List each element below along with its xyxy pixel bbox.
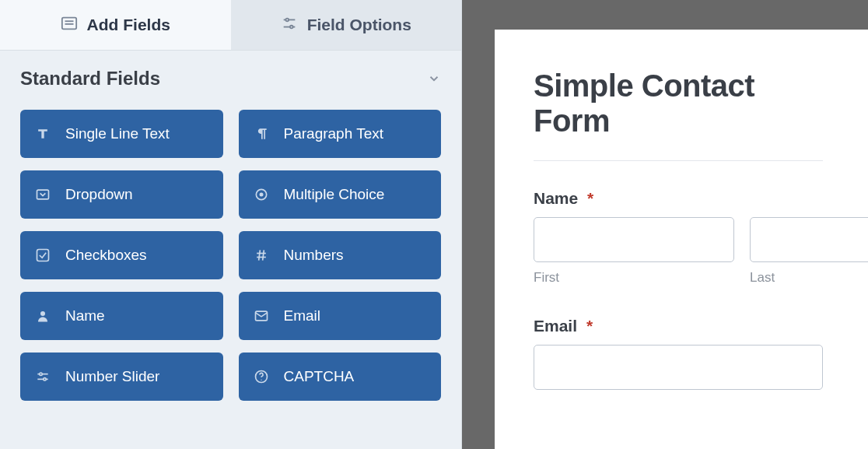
field-label: Single Line Text <box>65 125 170 142</box>
envelope-icon <box>253 307 270 324</box>
hash-icon <box>253 247 270 264</box>
field-number-slider[interactable]: Number Slider <box>20 353 223 401</box>
form-canvas: Simple Contact Form Name * First Last <box>462 0 868 449</box>
svg-point-9 <box>259 193 263 197</box>
last-name-input[interactable] <box>750 217 868 262</box>
tabs: Add Fields Field Options <box>0 0 461 51</box>
last-name-col: Last <box>750 217 868 286</box>
field-single-line-text[interactable]: Single Line Text <box>20 110 223 158</box>
required-asterisk: * <box>587 189 593 207</box>
tab-field-options[interactable]: Field Options <box>231 0 462 50</box>
field-dropdown[interactable]: Dropdown <box>20 170 223 219</box>
svg-point-15 <box>40 311 45 316</box>
svg-point-20 <box>44 378 46 381</box>
email-label-text: Email <box>534 317 577 335</box>
dropdown-icon <box>34 186 51 203</box>
name-row: First Last <box>534 217 823 286</box>
email-label: Email * <box>534 317 823 335</box>
sidebar: Add Fields Field Options Standard Fields… <box>0 0 462 449</box>
svg-point-4 <box>285 18 289 21</box>
text-cursor-icon <box>34 125 51 142</box>
sliders-icon <box>34 368 51 385</box>
field-label: Paragraph Text <box>284 125 384 142</box>
paragraph-icon <box>253 125 270 142</box>
section-title-standard: Standard Fields <box>20 68 160 89</box>
first-name-col: First <box>534 217 734 286</box>
required-asterisk: * <box>586 317 593 335</box>
field-grid: Single Line Text Paragraph Text Dropdown… <box>0 97 461 419</box>
sliders-icon <box>281 15 298 36</box>
name-label-text: Name <box>534 189 578 207</box>
field-label: CAPTCHA <box>284 368 355 385</box>
question-circle-icon <box>253 368 270 385</box>
svg-line-13 <box>258 250 260 260</box>
field-numbers[interactable]: Numbers <box>239 231 442 279</box>
tab-add-fields-label: Add Fields <box>87 16 170 34</box>
chevron-down-icon <box>427 72 441 86</box>
field-name[interactable]: Name <box>20 292 223 340</box>
first-name-input[interactable] <box>534 217 734 262</box>
svg-point-18 <box>40 373 42 375</box>
divider <box>534 160 823 161</box>
checkbox-icon <box>34 247 51 264</box>
field-multiple-choice[interactable]: Multiple Choice <box>239 170 442 219</box>
field-email[interactable]: Email <box>239 292 442 340</box>
form-field-email[interactable]: Email * <box>534 317 823 390</box>
last-sublabel: Last <box>750 270 868 286</box>
form-field-name[interactable]: Name * First Last <box>534 189 823 286</box>
user-icon <box>34 307 51 324</box>
svg-line-14 <box>262 250 264 260</box>
svg-point-6 <box>290 25 293 28</box>
field-label: Dropdown <box>65 186 133 203</box>
field-label: Numbers <box>284 247 344 264</box>
svg-rect-7 <box>37 190 49 199</box>
form-preview: Simple Contact Form Name * First Last <box>495 30 868 449</box>
form-title: Simple Contact Form <box>534 68 823 139</box>
field-paragraph-text[interactable]: Paragraph Text <box>239 110 442 158</box>
name-label: Name * <box>534 189 823 208</box>
svg-point-22 <box>261 380 261 381</box>
email-input[interactable] <box>534 345 823 390</box>
tab-add-fields[interactable]: Add Fields <box>0 0 231 50</box>
field-label: Email <box>284 307 321 324</box>
field-label: Name <box>65 307 105 324</box>
tab-field-options-label: Field Options <box>307 16 411 34</box>
section-header-standard[interactable]: Standard Fields <box>0 51 461 97</box>
radio-icon <box>253 186 270 203</box>
first-sublabel: First <box>534 270 734 286</box>
app-root: Add Fields Field Options Standard Fields… <box>0 0 868 449</box>
field-checkboxes[interactable]: Checkboxes <box>20 231 223 279</box>
field-label: Checkboxes <box>65 247 147 264</box>
field-label: Number Slider <box>65 368 159 385</box>
svg-rect-10 <box>37 250 49 261</box>
field-label: Multiple Choice <box>284 186 385 203</box>
form-fields-icon <box>61 15 78 36</box>
field-captcha[interactable]: CAPTCHA <box>239 353 442 401</box>
